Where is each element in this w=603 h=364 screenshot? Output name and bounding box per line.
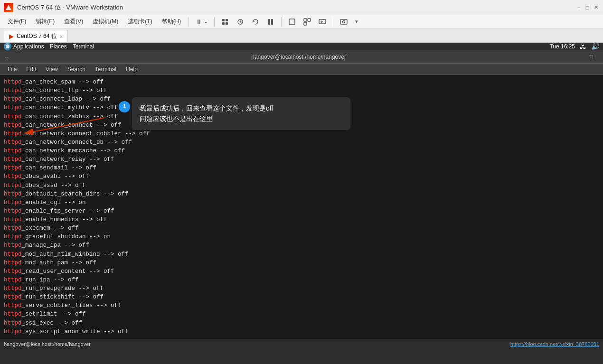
terminal-line: httpd_dbus_avahi --> off [4, 172, 599, 181]
toolbar-separator3 [281, 17, 282, 27]
gnome-clock: Tue 16:25 [549, 43, 575, 50]
send-ctrlaltdel-button[interactable] [218, 17, 232, 27]
toolbar-separator [188, 17, 189, 27]
minimize-button[interactable]: − [575, 4, 582, 11]
vmware-menubar: 文件(F) 编辑(E) 查看(V) 虚拟机(M) 选项卡(T) 帮助(H) ⏸ … [0, 15, 603, 28]
terminal-line: httpd_manage_ipa --> off [4, 241, 599, 250]
terminal-line: httpd_run_stickshift --> off [4, 293, 599, 301]
terminal-line: httpd_can_check_spam --> off [4, 78, 599, 86]
vm-tab[interactable]: ▶ CentOS 7 64 位 × [4, 30, 68, 42]
menu-help[interactable]: 帮助(H) [158, 16, 185, 27]
menu-tabs[interactable]: 选项卡(T) [124, 16, 156, 27]
titlebar-left: CentOS 7 64 位 - VMware Workstation [4, 3, 123, 12]
unity-button[interactable] [301, 17, 314, 27]
gnome-topbar-left: Applications Places Terminal [4, 43, 94, 50]
terminal-line: httpd_can_network_memcache --> off [4, 147, 599, 155]
menu-vm[interactable]: 虚拟机(M) [89, 16, 122, 27]
terminal-line: httpd_serve_cobbler_files --> off [4, 301, 599, 310]
terminal-win-buttons: − [5, 54, 9, 60]
gnome-app-icon [4, 43, 11, 50]
svg-rect-8 [289, 19, 295, 25]
svg-rect-11 [304, 22, 307, 25]
vm-tab-label: CentOS 7 64 位 [17, 32, 57, 40]
applications-label[interactable]: Applications [13, 43, 44, 50]
svg-marker-0 [6, 5, 11, 10]
terminal-menu-file[interactable]: File [4, 65, 20, 74]
terminal-line: httpd_run_ipa --> off [4, 276, 599, 284]
terminal-line: httpd_mod_auth_pam --> off [4, 259, 599, 267]
vm-tab-icon: ▶ [9, 33, 14, 40]
fullscreen-button[interactable] [285, 17, 299, 27]
terminal-line: httpd_dontaudit_search_dirs --> off [4, 190, 599, 198]
svg-rect-10 [308, 19, 311, 21]
terminal-line: httpd_can_network_connect_db --> off [4, 138, 599, 147]
terminal-line: httpd_run_preupgrade --> off [4, 284, 599, 293]
svg-rect-13 [340, 19, 347, 24]
terminal-statusbar: hangover@localhost:/home/hangover https:… [0, 339, 603, 349]
console-button[interactable] [316, 17, 329, 27]
gnome-topbar-right: Tue 16:25 🖧 🔊 [549, 43, 599, 50]
terminal-line: httpd_mod_auth_ntlm_winbind --> off [4, 250, 599, 259]
terminal-menu-search[interactable]: Search [64, 65, 89, 74]
annotation-tooltip: 我最后成功后，回来查看这个文件，发现是off 问题应该也不是出在这里 [132, 97, 350, 130]
vmware-tabbar: ▶ CentOS 7 64 位 × [0, 28, 603, 43]
annotation-line2: 问题应该也不是出在这里 [140, 113, 343, 124]
terminal-content-area[interactable]: httpd_can_check_spam --> offhttpd_can_co… [0, 75, 603, 339]
volume-icon: 🔊 [591, 43, 599, 50]
statusbar-path: hangover@localhost:/home/hangover [4, 341, 91, 347]
terminal-line: httpd_dbus_sssd --> off [4, 181, 599, 190]
snapshot-button[interactable] [234, 17, 247, 27]
svg-point-14 [343, 20, 345, 23]
annotation-line1: 我最后成功后，回来查看这个文件，发现是off [140, 103, 343, 113]
terminal-line: httpd_enable_cgi --> on [4, 198, 599, 207]
terminal-menu-view[interactable]: View [42, 65, 62, 74]
terminal-menu-help[interactable]: Help [122, 65, 141, 74]
terminal-line: httpd_ssi_exec --> off [4, 319, 599, 327]
terminal-line: httpd_sys_script_anon_write --> off [4, 327, 599, 336]
pause-button[interactable]: ⏸ ▾ [193, 17, 210, 27]
network-icon: 🖧 [580, 43, 586, 50]
terminal-titlebar-spacer: □ [589, 53, 598, 61]
terminal-line: httpd_setrlimit --> off [4, 310, 599, 318]
menu-view[interactable]: 查看(V) [60, 16, 87, 27]
terminal-menu-terminal[interactable]: Terminal [91, 65, 120, 74]
svg-rect-4 [226, 22, 228, 25]
screenshot-dropdown[interactable]: ▾ [352, 17, 361, 26]
toolbar-separator2 [214, 17, 215, 27]
svg-point-15 [6, 45, 9, 48]
vmware-titlebar: CentOS 7 64 位 - VMware Workstation − □ ✕ [0, 0, 603, 15]
terminal-window: − hangover@localhost:/home/hangover □ Fi… [0, 50, 603, 349]
revert-button[interactable] [249, 17, 262, 27]
terminal-maximize-button[interactable]: □ [589, 53, 593, 61]
svg-rect-7 [271, 19, 273, 25]
terminal-title: hangover@localhost:/home/hangover [9, 54, 589, 60]
terminal-menu-edit[interactable]: Edit [22, 65, 40, 74]
terminal-minimize-button[interactable]: − [5, 54, 9, 60]
svg-rect-2 [226, 19, 228, 21]
restore-button[interactable]: □ [584, 4, 591, 11]
terminal-line: httpd_graceful_shutdown --> on [4, 233, 599, 241]
places-label[interactable]: Places [50, 43, 67, 50]
menu-file[interactable]: 文件(F) [4, 16, 30, 27]
svg-rect-6 [268, 19, 270, 25]
close-button[interactable]: ✕ [593, 4, 599, 11]
menu-edit[interactable]: 编辑(E) [32, 16, 58, 27]
gnome-topbar: Applications Places Terminal Tue 16:25 🖧… [0, 43, 603, 50]
gnome-app-menu[interactable]: Applications [4, 43, 44, 50]
screenshot-button[interactable] [337, 17, 350, 27]
statusbar-link[interactable]: https://blog.csdn.net/weixin_38780031 [510, 341, 599, 347]
titlebar-controls: − □ ✕ [575, 4, 599, 11]
vm-tab-close[interactable]: × [60, 34, 63, 39]
terminal-titlebar: − hangover@localhost:/home/hangover □ [0, 50, 603, 64]
annotation-badge-1: 1 [119, 101, 130, 112]
svg-rect-9 [304, 19, 307, 21]
vm-content-area: Applications Places Terminal Tue 16:25 🖧… [0, 43, 603, 347]
terminal-line: httpd_can_network_connect_cobbler --> of… [4, 130, 599, 138]
terminal-line: httpd_execmem --> off [4, 224, 599, 233]
vmware-logo-icon [4, 3, 13, 12]
terminal-line: httpd_can_sendmail --> off [4, 164, 599, 172]
suspend-button[interactable] [264, 17, 277, 27]
terminal-line: httpd_can_network_relay --> off [4, 155, 599, 164]
terminal-label[interactable]: Terminal [73, 43, 94, 50]
terminal-line: httpd_read_user_content --> off [4, 267, 599, 276]
